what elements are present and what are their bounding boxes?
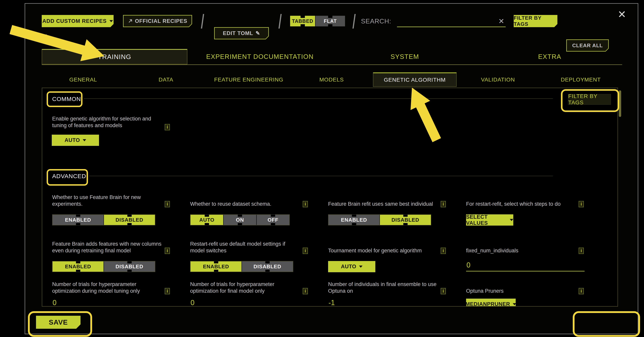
toggle-option-auto[interactable]: AUTO — [190, 215, 223, 225]
subtab-models[interactable]: MODELS — [290, 72, 373, 87]
tab-training[interactable]: TRAINING — [42, 49, 187, 64]
annotation-ring-cancel — [573, 311, 640, 337]
setting-individuals-optuna: Number of individuals in final ensemble … — [328, 280, 466, 307]
toolbar-divider — [352, 14, 356, 28]
common-section-title: COMMON — [52, 96, 81, 102]
info-icon[interactable]: i — [165, 288, 170, 294]
info-icon[interactable]: i — [303, 288, 308, 294]
advanced-section-title: ADVANCED — [52, 173, 86, 180]
toggle-option-off[interactable]: OFF — [257, 215, 289, 225]
toggle-restart-refit-default-model: ENABLED DISABLED — [190, 261, 293, 272]
chevron-down-icon — [510, 219, 513, 221]
subtab-data[interactable]: DATA — [124, 72, 208, 87]
info-icon[interactable]: i — [303, 201, 308, 207]
search-label: SEARCH: — [361, 18, 391, 25]
toggle-option-disabled[interactable]: DISABLED — [104, 215, 155, 225]
select-values-dropdown[interactable]: SELECT VALUES — [466, 214, 513, 226]
tab-system[interactable]: SYSTEM — [332, 49, 477, 64]
search-input[interactable] — [397, 16, 506, 27]
chevron-down-icon — [110, 20, 113, 22]
setting-label: fixed_num_individuals — [466, 247, 576, 254]
setting-feature-brain-adds-features: Feature Brain adds features with new col… — [52, 234, 190, 272]
expert-settings-window: ADD CUSTOM RECIPES OFFICIAL RECIPES EDIT… — [24, 3, 638, 334]
setting-label: Restart-refit use default model settings… — [190, 240, 300, 254]
setting-reuse-dataset-schema: Whether to reuse dataset schema. i AUTO … — [190, 193, 328, 226]
info-icon[interactable]: i — [579, 201, 584, 207]
info-icon[interactable]: i — [165, 124, 170, 130]
info-icon[interactable]: i — [579, 248, 584, 254]
sub-tab-bar: GENERAL DATA FEATURE ENGINEERING MODELS … — [42, 72, 622, 87]
info-icon[interactable]: i — [303, 248, 308, 254]
setting-label: Number of trials for hyperparameter opti… — [52, 281, 162, 294]
setting-trials-final-model: Number of trials for hyperparameter opti… — [190, 280, 328, 307]
setting-tournament-model: Tournament model for genetic algorithm i… — [328, 234, 466, 272]
toggle-option-disabled[interactable]: DISABLED — [380, 215, 431, 225]
info-icon[interactable]: i — [441, 288, 446, 294]
save-button[interactable]: SAVE — [36, 316, 80, 329]
setting-trials-model-tuning: Number of trials for hyperparameter opti… — [52, 280, 190, 307]
setting-label: Whether to reuse dataset schema. — [190, 200, 300, 207]
chevron-down-icon — [83, 139, 86, 141]
setting-label: Tournament model for genetic algorithm — [328, 247, 438, 254]
tournament-auto-dropdown[interactable]: AUTO — [328, 261, 375, 272]
filter-by-tags-panel-button[interactable]: FILTER BY TAGS — [568, 94, 611, 105]
advanced-settings-grid: Whether to use Feature Brain for new exp… — [52, 193, 607, 307]
optuna-pruners-dropdown[interactable]: MEDIANPRUNER — [466, 298, 516, 307]
pencil-icon: ✎ — [256, 30, 260, 36]
scrollbar-thumb[interactable] — [619, 90, 621, 117]
info-icon[interactable]: i — [165, 201, 170, 207]
view-mode-toggle: TABBED FLAT — [290, 16, 345, 26]
subtab-validation[interactable]: VALIDATION — [457, 72, 540, 87]
toggle-feature-brain-new-experiments: ENABLED DISABLED — [52, 214, 155, 226]
view-tabbed-option[interactable]: TABBED — [290, 16, 315, 26]
setting-label: For restart-refit, select which steps to… — [466, 200, 576, 207]
toggle-refit-same-best-individual: ENABLED DISABLED — [328, 214, 431, 226]
subtab-deployment[interactable]: DEPLOYMENT — [539, 72, 622, 87]
edit-toml-button[interactable]: EDIT TOML ✎ — [214, 27, 269, 39]
filter-by-tags-panel-label: FILTER BY TAGS — [568, 93, 611, 106]
subtab-feature-engineering[interactable]: FEATURE ENGINEERING — [207, 72, 290, 87]
tab-extra[interactable]: EXTRA — [477, 49, 622, 64]
close-icon[interactable]: ✕ — [618, 9, 626, 20]
toggle-option-disabled[interactable]: DISABLED — [242, 262, 293, 272]
section-divider — [89, 176, 553, 176]
toggle-option-enabled[interactable]: ENABLED — [52, 215, 104, 225]
individuals-optuna-input[interactable] — [328, 298, 446, 307]
toggle-option-enabled[interactable]: ENABLED — [190, 262, 242, 272]
save-label: SAVE — [49, 318, 68, 326]
info-icon[interactable]: i — [441, 201, 446, 207]
filter-by-tags-toolbar-button[interactable]: FILTER BY TAGS — [514, 15, 558, 27]
setting-label: Optuna Pruners — [466, 288, 576, 294]
dropdown-value: AUTO — [64, 137, 80, 143]
trials-model-tuning-input[interactable] — [52, 298, 171, 307]
setting-refit-same-best-individual: Feature Brain refit uses same best indiv… — [328, 193, 466, 226]
dropdown-value: SELECT VALUES — [466, 214, 507, 226]
official-recipes-button[interactable]: OFFICIAL RECIPES — [123, 15, 192, 27]
trials-final-model-input[interactable] — [190, 298, 308, 307]
toggle-option-enabled[interactable]: ENABLED — [328, 215, 380, 225]
add-custom-recipes-button[interactable]: ADD CUSTOM RECIPES — [42, 15, 114, 27]
setting-label: Number of trials for hyperparameter opti… — [190, 281, 300, 294]
info-icon[interactable]: i — [441, 248, 446, 254]
add-custom-recipes-label: ADD CUSTOM RECIPES — [42, 18, 107, 24]
info-icon[interactable]: i — [579, 288, 584, 294]
chevron-down-icon — [359, 266, 362, 268]
info-icon[interactable]: i — [165, 248, 170, 254]
toggle-option-disabled[interactable]: DISABLED — [104, 262, 155, 272]
setting-restart-refit-steps: For restart-refit, select which steps to… — [466, 193, 604, 226]
view-flat-option[interactable]: FLAT — [316, 16, 345, 26]
official-recipes-label: OFFICIAL RECIPES — [135, 18, 187, 24]
toggle-option-enabled[interactable]: ENABLED — [52, 262, 104, 272]
tab-experiment-documentation[interactable]: EXPERIMENT DOCUMENTATION — [187, 49, 332, 64]
common-auto-dropdown[interactable]: AUTO — [52, 135, 99, 146]
chevron-down-icon — [513, 303, 516, 305]
clear-all-label: CLEAR ALL — [572, 42, 603, 48]
subtab-genetic-algorithm[interactable]: GENETIC ALGORITHM — [373, 72, 457, 87]
clear-search-icon[interactable]: ✕ — [498, 17, 504, 26]
dropdown-value: AUTO — [341, 264, 356, 270]
fixed-num-individuals-input[interactable] — [466, 261, 584, 272]
setting-label: Enable genetic algorithm for selection a… — [52, 115, 166, 129]
setting-optuna-pruners: Optuna Pruners i MEDIANPRUNER — [466, 280, 604, 307]
subtab-general[interactable]: GENERAL — [42, 72, 124, 87]
toggle-option-on[interactable]: ON — [224, 215, 256, 225]
